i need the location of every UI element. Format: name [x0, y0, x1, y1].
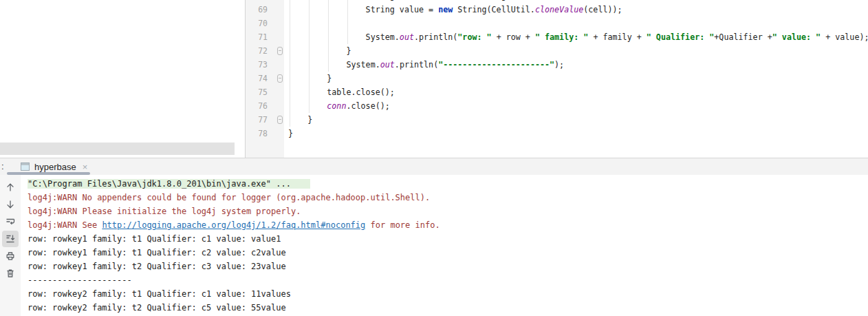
line-number: 76: [246, 99, 268, 113]
down-stack-trace-button[interactable]: [2, 196, 19, 213]
code-token: "row: ": [457, 32, 491, 42]
stderr-text: log4j:WARN See: [28, 220, 102, 230]
code-token: " value: ": [772, 32, 821, 42]
console-toolbar: [0, 175, 21, 316]
stderr-line: log4j:WARN See http://logging.apache.org…: [28, 218, 868, 232]
trash-icon: [5, 268, 16, 279]
console-command-line: "C:\Program Files\Java\jdk1.8.0_201\bin\…: [28, 177, 868, 191]
gutter-row: 71: [246, 30, 284, 44]
code-line: System.out.println("--------------------…: [288, 58, 868, 72]
code-token: table.close();: [327, 87, 395, 97]
run-label-colon: :: [1, 158, 4, 175]
fold-marker-icon[interactable]: [277, 47, 283, 55]
scroll-to-end-icon: [5, 233, 16, 244]
code-token: " Qualifier: ": [647, 32, 715, 42]
arrow-up-icon: [5, 182, 16, 193]
fold-marker-icon[interactable]: [277, 116, 283, 124]
code-token: cloneQualifier: [554, 0, 622, 1]
line-number: 70: [246, 17, 268, 30]
code-line: conn.close();: [288, 99, 868, 113]
fold-marker-icon[interactable]: [277, 74, 283, 83]
code-token: + row +: [492, 32, 535, 42]
code-token: System.: [346, 60, 380, 70]
console-link[interactable]: http://logging.apache.org/log4j/1.2/faq.…: [102, 220, 365, 230]
clear-all-button[interactable]: [2, 265, 19, 282]
code-token: String value =: [366, 5, 439, 14]
stdout-line: row: rowkey1 family: t1 Qualifier: c1 va…: [28, 232, 868, 246]
code-token: conn: [327, 101, 346, 111]
code-token: System.: [366, 32, 400, 42]
line-number: 74: [246, 72, 268, 85]
gutter-row: 78: [246, 127, 284, 140]
console-output[interactable]: "C:\Program Files\Java\jdk1.8.0_201\bin\…: [21, 175, 868, 316]
editor-pane: 69707172737475767778 String Qualifier = …: [0, 0, 868, 158]
code-line: String value = new String(CellUtil.clone…: [288, 3, 868, 17]
run-tab-label: hyperbase: [34, 162, 76, 172]
code-token: out: [380, 60, 395, 70]
code-token: new: [438, 5, 453, 14]
gutter-row: 77: [246, 113, 284, 127]
code-token: +Qualifier +: [714, 32, 772, 42]
code-token: String Qualifier =: [366, 0, 458, 1]
stdout-line: row: rowkey1 family: t2 Qualifier: c3 va…: [28, 260, 868, 273]
code-token: + value);: [821, 32, 868, 42]
project-panel-empty: [0, 0, 246, 158]
gutter-row: 69: [246, 3, 284, 17]
stdout-line: row: rowkey2 family: t1 Qualifier: c1 va…: [28, 287, 868, 301]
code-line: [288, 17, 868, 30]
code-line: System.out.println("row: " + row + " fam…: [288, 30, 868, 44]
gutter-row: 74: [246, 72, 284, 85]
code-token: }: [307, 115, 312, 125]
printer-icon: [5, 251, 16, 262]
code-token: out: [400, 32, 414, 42]
run-console-icon: [21, 162, 30, 171]
gutter-row: 73: [246, 58, 284, 72]
code-token: );: [554, 60, 564, 70]
code-token: }: [346, 46, 351, 56]
code-token: .println(: [395, 60, 438, 70]
line-number: 75: [246, 85, 268, 99]
code-token: " family: ": [535, 32, 588, 42]
soft-wrap-button[interactable]: [2, 213, 19, 230]
line-number: 78: [246, 127, 268, 140]
stderr-line: log4j:WARN Please initialize the log4j s…: [28, 204, 868, 218]
code-line: }: [288, 72, 868, 85]
arrow-down-icon: [5, 199, 16, 210]
code-token: (cell));: [622, 0, 661, 1]
line-number: 71: [246, 30, 268, 44]
scroll-to-end-button[interactable]: [2, 231, 19, 247]
up-stack-trace-button[interactable]: [2, 179, 19, 196]
horizontal-scrollbar[interactable]: [0, 143, 235, 155]
code-token: }: [288, 129, 293, 138]
stdout-line: row: rowkey1 family: t1 Qualifier: c2 va…: [28, 246, 868, 260]
command-highlight: "C:\Program Files\Java\jdk1.8.0_201\bin\…: [28, 179, 310, 189]
line-number: 73: [246, 58, 268, 72]
gutter-row: 76: [246, 99, 284, 113]
code-token: new: [457, 0, 472, 1]
code-token: String(CellUtil.: [453, 5, 535, 14]
gutter-row: 75: [246, 85, 284, 99]
soft-wrap-icon: [5, 216, 16, 227]
line-number: 77: [246, 113, 268, 127]
code-token: .println(: [414, 32, 457, 42]
run-tab-hyperbase[interactable]: hyperbase ×: [7, 158, 90, 175]
code-line: table.close();: [288, 85, 868, 99]
line-number: 72: [246, 44, 268, 58]
code-token: "----------------------": [438, 60, 554, 70]
code-line: }: [288, 127, 868, 140]
gutter-row: 72: [246, 44, 284, 58]
code-token: (cell));: [583, 5, 622, 14]
code-editor[interactable]: String Qualifier = new String(CellUtil.c…: [284, 0, 868, 158]
run-tab-row: : hyperbase ×: [0, 158, 868, 175]
code-token: }: [327, 74, 332, 83]
editor-gutter: 69707172737475767778: [246, 0, 284, 158]
tab-close-icon[interactable]: ×: [83, 162, 88, 171]
code-token: cloneValue: [535, 5, 583, 14]
code-line: }: [288, 113, 868, 127]
run-tool-window: : hyperbase × "C:\Program Files\Java\jdk…: [0, 158, 868, 316]
print-button[interactable]: [2, 248, 19, 264]
code-token: + family +: [588, 32, 646, 42]
stderr-text: for more info.: [365, 220, 440, 230]
stderr-line: log4j:WARN No appenders could be found f…: [28, 191, 868, 204]
line-number: 69: [246, 3, 268, 17]
